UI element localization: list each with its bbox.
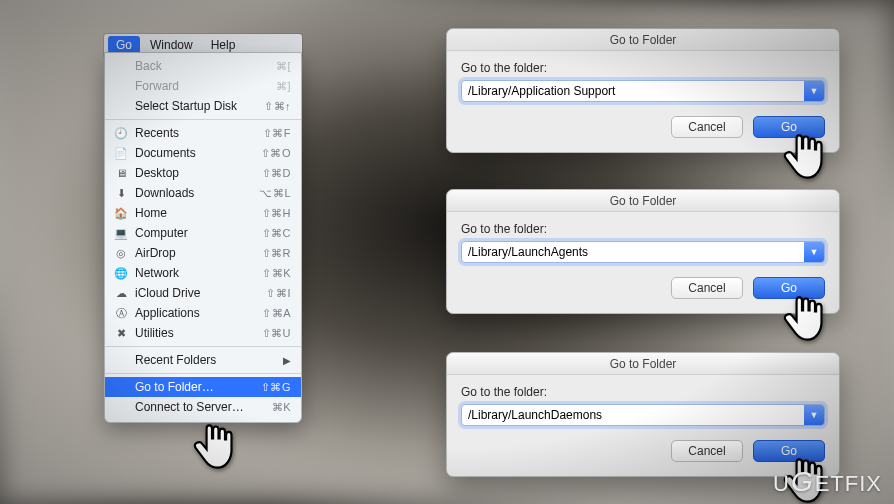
dialog-prompt: Go to the folder:	[461, 385, 825, 399]
shortcut: ⇧⌘D	[262, 167, 291, 180]
clock-icon: 🕘	[113, 127, 129, 140]
shortcut: ⌘K	[272, 401, 291, 414]
home-icon: 🏠	[113, 207, 129, 220]
menu-item-desktop[interactable]: 🖥 Desktop ⇧⌘D	[105, 163, 301, 183]
label: Forward	[135, 79, 276, 93]
label: Back	[135, 59, 276, 73]
shortcut: ⇧⌘R	[262, 247, 291, 260]
dialog-title: Go to Folder	[447, 190, 839, 212]
dropdown-arrow-icon[interactable]: ▼	[804, 81, 824, 101]
menu-item-documents[interactable]: 📄 Documents ⇧⌘O	[105, 143, 301, 163]
go-to-folder-dialog-1: Go to Folder Go to the folder: ▼ Cancel …	[446, 28, 840, 153]
folder-path-combo[interactable]: ▼	[461, 404, 825, 426]
shortcut: ⌘[	[276, 60, 291, 73]
menu-item-connect-to-server[interactable]: Connect to Server… ⌘K	[105, 397, 301, 417]
menu-item-home[interactable]: 🏠 Home ⇧⌘H	[105, 203, 301, 223]
separator	[105, 119, 301, 120]
desktop-icon: 🖥	[113, 167, 129, 179]
menu-item-go-to-folder[interactable]: Go to Folder… ⇧⌘G	[105, 377, 301, 397]
shortcut: ⇧⌘I	[266, 287, 291, 300]
watermark-logo: U G ETFIX	[773, 466, 882, 498]
menu-item-network[interactable]: 🌐 Network ⇧⌘K	[105, 263, 301, 283]
label: Go to Folder…	[135, 380, 261, 394]
dropdown-arrow-icon[interactable]: ▼	[804, 242, 824, 262]
shortcut: ⇧⌘F	[263, 127, 291, 140]
menu-item-icloud[interactable]: ☁ iCloud Drive ⇧⌘I	[105, 283, 301, 303]
cancel-button[interactable]: Cancel	[671, 116, 743, 138]
cancel-button[interactable]: Cancel	[671, 440, 743, 462]
label: Home	[135, 206, 262, 220]
go-button[interactable]: Go	[753, 440, 825, 462]
label: Network	[135, 266, 262, 280]
shortcut: ⇧⌘↑	[264, 100, 291, 113]
menu-item-computer[interactable]: 💻 Computer ⇧⌘C	[105, 223, 301, 243]
shortcut: ⇧⌘K	[262, 267, 291, 280]
applications-icon: Ⓐ	[113, 306, 129, 321]
menu-item-recent-folders[interactable]: Recent Folders ▶	[105, 350, 301, 370]
folder-path-combo[interactable]: ▼	[461, 241, 825, 263]
menu-item-startup-disk[interactable]: Select Startup Disk ⇧⌘↑	[105, 96, 301, 116]
shortcut: ⇧⌘H	[262, 207, 291, 220]
shortcut: ⇧⌘C	[262, 227, 291, 240]
shortcut: ⇧⌘O	[261, 147, 291, 160]
airdrop-icon: ◎	[113, 247, 129, 260]
menu-item-utilities[interactable]: ✖ Utilities ⇧⌘U	[105, 323, 301, 343]
label: Downloads	[135, 186, 259, 200]
separator	[105, 373, 301, 374]
label: Select Startup Disk	[135, 99, 264, 113]
label: Computer	[135, 226, 262, 240]
label: Utilities	[135, 326, 262, 340]
watermark-g: G	[791, 466, 814, 498]
menu-item-back: Back ⌘[	[105, 56, 301, 76]
go-to-folder-dialog-3: Go to Folder Go to the folder: ▼ Cancel …	[446, 352, 840, 477]
shortcut: ⌥⌘L	[259, 187, 291, 200]
label: Documents	[135, 146, 261, 160]
label: AirDrop	[135, 246, 262, 260]
dropdown-arrow-icon[interactable]: ▼	[804, 405, 824, 425]
shortcut: ⇧⌘U	[262, 327, 291, 340]
menu-item-recents[interactable]: 🕘 Recents ⇧⌘F	[105, 123, 301, 143]
cancel-button[interactable]: Cancel	[671, 277, 743, 299]
menu-item-airdrop[interactable]: ◎ AirDrop ⇧⌘R	[105, 243, 301, 263]
folder-path-input[interactable]	[462, 81, 804, 101]
icloud-icon: ☁	[113, 287, 129, 300]
dialog-title: Go to Folder	[447, 353, 839, 375]
submenu-arrow-icon: ▶	[283, 355, 291, 366]
shortcut: ⌘]	[276, 80, 291, 93]
label: Desktop	[135, 166, 262, 180]
menu-item-downloads[interactable]: ⬇ Downloads ⌥⌘L	[105, 183, 301, 203]
watermark-rest: ETFIX	[815, 471, 882, 497]
dialog-title: Go to Folder	[447, 29, 839, 51]
watermark-u: U	[773, 471, 790, 497]
label: Recents	[135, 126, 263, 140]
folder-path-input[interactable]	[462, 242, 804, 262]
network-icon: 🌐	[113, 267, 129, 280]
go-button[interactable]: Go	[753, 116, 825, 138]
label: Recent Folders	[135, 353, 283, 367]
dialog-prompt: Go to the folder:	[461, 61, 825, 75]
utilities-icon: ✖	[113, 327, 129, 340]
shortcut: ⇧⌘G	[261, 381, 291, 394]
menu-item-forward: Forward ⌘]	[105, 76, 301, 96]
go-to-folder-dialog-2: Go to Folder Go to the folder: ▼ Cancel …	[446, 189, 840, 314]
folder-path-input[interactable]	[462, 405, 804, 425]
document-icon: 📄	[113, 147, 129, 160]
menu-item-applications[interactable]: Ⓐ Applications ⇧⌘A	[105, 303, 301, 323]
downloads-icon: ⬇	[113, 187, 129, 200]
label: Connect to Server…	[135, 400, 272, 414]
separator	[105, 346, 301, 347]
label: iCloud Drive	[135, 286, 266, 300]
go-menu-dropdown: Back ⌘[ Forward ⌘] Select Startup Disk ⇧…	[104, 52, 302, 423]
dialog-prompt: Go to the folder:	[461, 222, 825, 236]
label: Applications	[135, 306, 262, 320]
folder-path-combo[interactable]: ▼	[461, 80, 825, 102]
computer-icon: 💻	[113, 227, 129, 240]
go-button[interactable]: Go	[753, 277, 825, 299]
shortcut: ⇧⌘A	[262, 307, 291, 320]
